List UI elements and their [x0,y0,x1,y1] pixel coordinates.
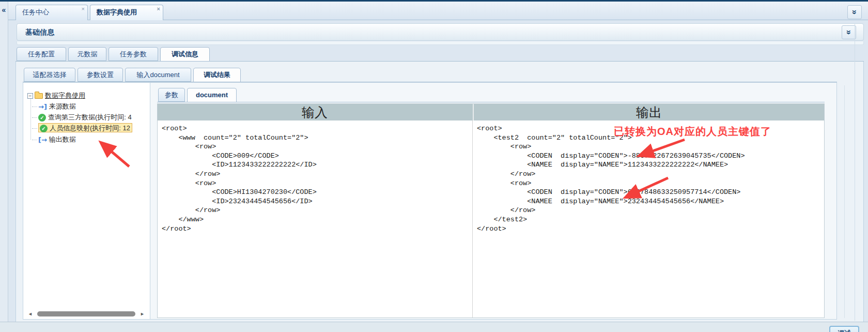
basic-info-panel-header[interactable]: 基础信息 » [17,23,864,41]
tab-task-center[interactable]: 任务中心 × [16,5,88,20]
main-tab-strip: 任务配置 元数据 任务参数 调试信息 [16,47,864,62]
tree-connector [32,107,37,107]
tab-debug-result-label: 调试结果 [204,71,230,79]
chevron-double-down-icon: » [843,30,856,35]
tree-node-source-data[interactable]: →]来源数据 [32,102,76,112]
tab-metadata[interactable]: 元数据 [68,47,106,61]
success-check-icon: ✓ [40,125,48,132]
tab-task-params-label: 任务参数 [120,50,147,58]
tree-node-label: 查询第三方数据(执行时间: 4 [48,113,132,121]
tree-connector-line [30,98,31,140]
tree-connector [32,117,37,118]
arrow-out-of-bracket-icon: [→ [38,136,47,144]
basic-info-collapsed-body [17,41,864,45]
tab-input-document[interactable]: 输入document [125,68,191,82]
tabbar-collapse-button[interactable]: » [847,5,862,19]
arrow-into-bracket-icon: →] [38,103,47,111]
tree-hscrollbar[interactable]: ◄ ► [26,310,147,318]
scroll-right-icon[interactable]: ► [140,311,145,316]
tree-connector [32,140,37,140]
close-icon[interactable]: × [157,6,160,12]
scrollbar-thumb[interactable] [37,311,135,316]
tab-task-params[interactable]: 任务参数 [109,47,158,61]
tab-adapter-select-label: 适配器选择 [33,71,67,79]
red-arrow-to-second-coden [619,174,673,201]
column-divider [472,120,473,318]
tab-adapter-select[interactable]: 适配器选择 [24,68,75,82]
success-check-icon: ✓ [38,114,46,122]
tab-data-dictionary-label: 数据字典使用 [97,8,137,16]
top-tab-bar: 任务中心 × 数据字典使用 × » [8,2,868,20]
tab-params-label: 参数 [165,91,178,99]
result-tab-strip: 参数 document [157,88,825,102]
red-arrow-annotation [94,137,135,171]
debug-sub-tab-strip: 适配器选择 参数设置 输入document 调试结果 [23,68,837,82]
panel-border-line [855,23,855,321]
red-arrow-to-first-coden [633,135,690,161]
tree-node-output-data[interactable]: [→输出数据 [32,135,76,145]
chevron-double-down-icon: » [848,10,861,14]
tree-node-label: 人员信息映射(执行时间: 12 [50,124,130,132]
scroll-left-icon[interactable]: ◄ [28,311,33,316]
west-collapse-strip: « [0,2,8,332]
tab-metadata-label: 元数据 [78,50,98,58]
tab-debug-info-label: 调试信息 [172,50,198,58]
tab-data-dictionary[interactable]: 数据字典使用 × [90,5,163,20]
tree-node-label: 输出数据 [49,135,76,143]
tab-task-center-label: 任务中心 [22,8,49,16]
tab-document-label: document [196,91,228,99]
io-table-header: 输入 输出 [158,104,824,120]
debug-button[interactable]: 调试 [829,326,859,332]
tree-collapse-icon[interactable]: − [27,93,33,99]
tree-node-person-mapping[interactable]: ✓人员信息映射(执行时间: 12 [32,124,132,134]
folder-icon [35,93,43,99]
tab-debug-info[interactable]: 调试信息 [160,47,210,62]
footer-toolbar [0,322,868,332]
collapse-left-icon[interactable]: « [0,6,8,14]
close-icon[interactable]: × [82,6,85,12]
output-column-header: 输出 [473,104,824,120]
panel-border-line [844,85,845,318]
tab-params[interactable]: 参数 [158,88,185,102]
basic-info-collapse-button[interactable]: » [842,25,856,39]
tree-node-label: 来源数据 [49,102,76,110]
input-xml-content: <root> <www count="2" totalCount="2"> <r… [162,124,317,233]
tab-input-document-label: 输入document [136,71,179,79]
selected-tree-node[interactable]: ✓人员信息映射(执行时间: 12 [38,123,132,132]
tab-task-config[interactable]: 任务配置 [17,47,66,61]
basic-info-title: 基础信息 [25,28,54,37]
tab-param-settings[interactable]: 参数设置 [78,68,123,82]
output-xml-content: <root> <test2 count="2" totalCount="2"> … [477,124,745,233]
tab-task-config-label: 任务配置 [28,50,55,58]
tree-connector [32,128,37,129]
tree-root-label: 数据字典使用 [45,92,85,99]
tree-node-root[interactable]: −数据字典使用 [27,91,85,101]
input-column-header: 输入 [158,104,472,120]
tab-param-settings-label: 参数设置 [87,71,114,79]
tab-document[interactable]: document [187,88,237,102]
tree-node-query-thirdparty[interactable]: ✓查询第三方数据(执行时间: 4 [32,113,132,123]
tab-debug-result[interactable]: 调试结果 [193,68,241,82]
